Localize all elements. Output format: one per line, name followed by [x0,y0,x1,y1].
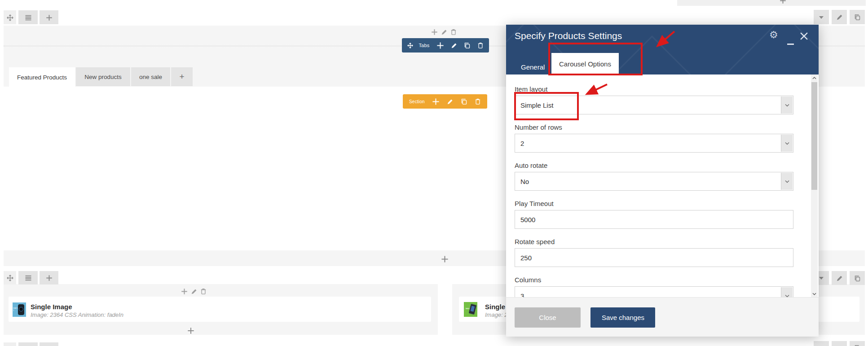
row2-drag-handle[interactable] [4,271,16,285]
select-value: No [520,178,529,185]
scroll-down-icon[interactable] [811,290,818,297]
row2-layout-button[interactable] [18,271,38,285]
chevron-down-icon[interactable] [781,96,793,114]
field-label: Auto rotate [515,162,793,169]
pencil-icon[interactable] [191,287,197,295]
tab-featured-products[interactable]: Featured Products [9,67,75,87]
modal-tab-general[interactable]: General [515,59,551,74]
field-rotate-speed: Rotate speed [515,238,793,267]
field-label: Play Timeout [515,200,793,207]
number-of-rows-select[interactable]: 2 [515,134,793,153]
caret-down-icon [819,344,824,346]
page-builder-canvas: Tabs Featured Products New products one … [0,0,868,346]
modal-title: Specify Products Settings [515,31,622,41]
annotation-rect-item-layout [514,92,579,120]
move-icon [7,274,13,282]
chevron-down-icon[interactable] [781,287,793,297]
add-element-icon[interactable] [441,255,449,263]
trash-icon[interactable] [475,97,481,105]
trash-icon[interactable] [450,28,457,36]
section-toolbar-label: Section [409,99,425,104]
close-icon[interactable] [800,32,808,40]
caret-down-icon [819,274,824,282]
row3-edit-button[interactable] [832,341,847,346]
add-icon[interactable] [431,28,438,36]
add-icon[interactable] [181,287,188,295]
modal-footer: Close Save changes [506,297,819,337]
tab-new-products[interactable]: New products [76,67,130,86]
copy-icon[interactable] [464,41,471,49]
trash-icon[interactable] [200,287,207,295]
add-icon[interactable] [436,41,444,49]
close-button[interactable]: Close [515,307,581,328]
pencil-icon[interactable] [441,28,447,36]
row1-toggle-button[interactable] [814,10,829,24]
row2-edit-button[interactable] [832,271,847,285]
scroll-up-icon[interactable] [811,74,818,81]
tab-one-sale[interactable]: one sale [131,67,170,86]
annotation-arrow-item-layout [583,81,611,97]
field-play-timeout: Play Timeout [515,200,793,229]
row1-drag-handle[interactable] [4,10,16,24]
row1-edit-button[interactable] [832,10,847,24]
field-label: Number of rows [515,123,793,131]
field-label: Columns [515,276,793,284]
tab-add-button[interactable]: + [171,67,193,86]
minimize-icon[interactable] [787,44,794,45]
modal-scrollbar[interactable] [811,74,818,297]
copy-icon [854,274,861,282]
play-timeout-input[interactable] [520,216,793,223]
top-partial-toolbar [677,0,866,6]
add-icon[interactable] [432,97,440,105]
single-image-element[interactable]: WATCH2 Single Image Image: 2364 CSS Anim… [9,297,431,322]
row1-copy-button[interactable] [850,10,865,24]
plus-icon [46,274,53,282]
row3-layout-button[interactable] [18,342,38,346]
pencil-icon[interactable] [451,41,457,49]
add-icon[interactable] [780,0,786,4]
single-image-thumbnail: WATCH2 [13,302,26,317]
section-toolbar: Section [403,94,487,109]
row3-copy-button[interactable] [850,341,865,346]
gear-icon[interactable]: ⚙ [769,29,778,40]
tabs-element-controls [431,28,457,36]
row3-add-button[interactable] [40,342,58,346]
scrollbar-thumb[interactable] [811,82,817,190]
pencil-icon [836,274,843,282]
row2-copy-button[interactable] [850,271,865,285]
chevron-down-icon[interactable] [781,135,793,152]
field-auto-rotate: Auto rotate No [515,162,793,191]
row2-add-button[interactable] [40,271,58,285]
row3-drag-handle[interactable] [4,342,16,346]
caret-down-icon [819,13,824,21]
row3-toggle-button[interactable] [814,341,829,346]
tab-label: New products [84,74,122,80]
row1-add-button[interactable] [40,10,58,24]
row-layout-icon [25,274,32,282]
pencil-icon[interactable] [447,97,453,105]
save-changes-button[interactable]: Save changes [590,307,655,328]
auto-rotate-select[interactable]: No [515,172,793,191]
single-image-meta: Image: 2 [485,311,508,318]
annotation-arrow-tab [653,28,680,49]
add-tab-icon: + [179,72,184,82]
rotate-speed-input[interactable] [520,254,793,262]
columns-select[interactable]: 3 [515,286,793,297]
single-image-element-controls [181,287,207,295]
row-layout-icon [25,13,32,22]
add-element-icon[interactable] [187,326,194,334]
single-image-title: Single Image [31,303,72,311]
select-value: 3 [520,292,524,298]
row1-layout-button[interactable] [18,10,38,24]
copy-icon[interactable] [461,97,467,105]
single-image-meta: Image: 2364 CSS Animation: fadeIn [31,311,123,318]
single-image-thumbnail: , TABLET 2 [464,302,477,317]
field-number-of-rows: Number of rows 2 [515,123,793,153]
move-icon [7,13,13,22]
pencil-icon [836,13,843,21]
move-icon[interactable] [407,41,413,49]
single-image-title: Single I [485,303,509,311]
trash-icon[interactable] [477,41,484,49]
annotation-rect-carousel-tab [548,43,643,75]
chevron-down-icon[interactable] [781,173,793,190]
